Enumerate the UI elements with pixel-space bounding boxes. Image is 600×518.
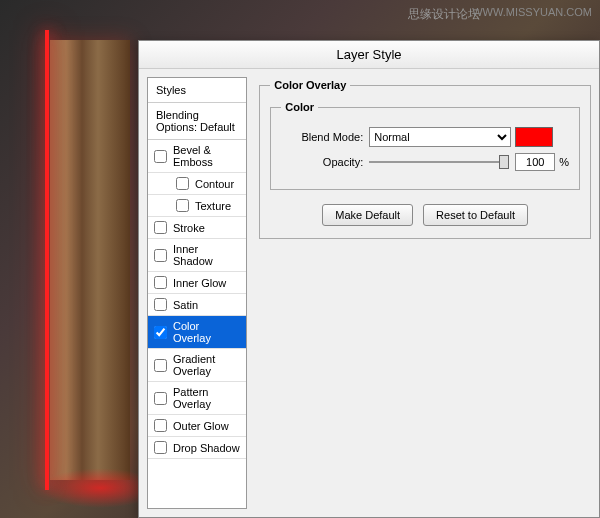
style-checkbox[interactable] — [154, 326, 167, 339]
opacity-input[interactable] — [515, 153, 555, 171]
settings-panel: Color Overlay Color Blend Mode: Normal O… — [251, 69, 599, 517]
style-checkbox[interactable] — [154, 221, 167, 234]
style-item-label: Inner Glow — [173, 277, 226, 289]
style-item-texture[interactable]: Texture — [148, 195, 246, 217]
group-title: Color Overlay — [270, 79, 350, 91]
style-checkbox[interactable] — [154, 249, 167, 262]
color-swatch[interactable] — [515, 127, 553, 147]
style-item-satin[interactable]: Satin — [148, 294, 246, 316]
style-item-stroke[interactable]: Stroke — [148, 217, 246, 239]
style-checkbox[interactable] — [154, 419, 167, 432]
sidebar-header[interactable]: Styles — [148, 78, 246, 103]
style-item-inner-glow[interactable]: Inner Glow — [148, 272, 246, 294]
style-item-label: Bevel & Emboss — [173, 144, 240, 168]
style-item-label: Stroke — [173, 222, 205, 234]
style-item-label: Pattern Overlay — [173, 386, 240, 410]
opacity-label: Opacity: — [281, 156, 363, 168]
style-checkbox[interactable] — [154, 276, 167, 289]
style-item-label: Gradient Overlay — [173, 353, 240, 377]
style-item-drop-shadow[interactable]: Drop Shadow — [148, 437, 246, 459]
color-group: Color Blend Mode: Normal Opacity: — [270, 101, 580, 190]
styles-sidebar: Styles Blending Options: Default Bevel &… — [147, 77, 247, 509]
style-item-gradient-overlay[interactable]: Gradient Overlay — [148, 349, 246, 382]
reset-default-button[interactable]: Reset to Default — [423, 204, 528, 226]
slider-thumb[interactable] — [499, 155, 509, 169]
style-checkbox[interactable] — [154, 359, 167, 372]
style-checkbox[interactable] — [154, 150, 167, 163]
dialog-title: Layer Style — [139, 41, 599, 69]
inner-group-title: Color — [281, 101, 318, 113]
style-item-outer-glow[interactable]: Outer Glow — [148, 415, 246, 437]
style-checkbox[interactable] — [154, 298, 167, 311]
blend-mode-select[interactable]: Normal — [369, 127, 511, 147]
style-item-contour[interactable]: Contour — [148, 173, 246, 195]
style-item-color-overlay[interactable]: Color Overlay — [148, 316, 246, 349]
watermark-url: WWW.MISSYUAN.COM — [472, 6, 592, 18]
style-item-label: Satin — [173, 299, 198, 311]
style-item-label: Inner Shadow — [173, 243, 240, 267]
style-item-label: Color Overlay — [173, 320, 240, 344]
opacity-slider[interactable] — [369, 153, 509, 171]
slider-track — [369, 161, 509, 163]
style-item-label: Contour — [195, 178, 234, 190]
style-item-label: Outer Glow — [173, 420, 229, 432]
layer-style-dialog: Layer Style Styles Blending Options: Def… — [138, 40, 600, 518]
opacity-unit: % — [559, 156, 569, 168]
style-checkbox[interactable] — [154, 441, 167, 454]
style-item-inner-shadow[interactable]: Inner Shadow — [148, 239, 246, 272]
color-overlay-group: Color Overlay Color Blend Mode: Normal O… — [259, 79, 591, 239]
style-checkbox[interactable] — [154, 392, 167, 405]
blend-mode-label: Blend Mode: — [281, 131, 363, 143]
style-item-label: Texture — [195, 200, 231, 212]
make-default-button[interactable]: Make Default — [322, 204, 413, 226]
watermark-text: 思缘设计论坛 — [408, 6, 480, 23]
style-item-bevel-emboss[interactable]: Bevel & Emboss — [148, 140, 246, 173]
style-item-pattern-overlay[interactable]: Pattern Overlay — [148, 382, 246, 415]
blending-options-item[interactable]: Blending Options: Default — [148, 103, 246, 140]
style-checkbox[interactable] — [176, 177, 189, 190]
style-checkbox[interactable] — [176, 199, 189, 212]
style-item-label: Drop Shadow — [173, 442, 240, 454]
